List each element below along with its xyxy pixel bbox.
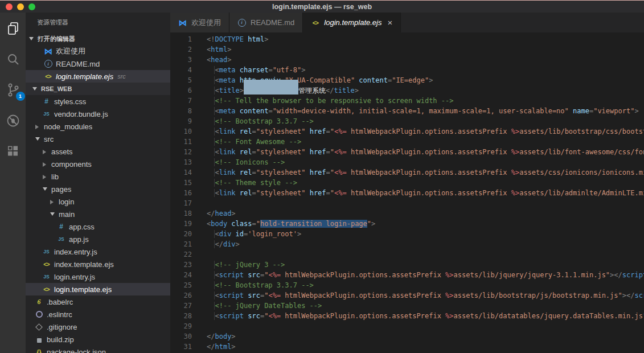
- code-token: 'login_root': [248, 230, 297, 238]
- line-number: 5: [170, 75, 192, 85]
- info-file-icon: [237, 18, 246, 27]
- tree-item[interactable]: pages: [26, 183, 170, 195]
- line-number: 1: [170, 34, 192, 44]
- chevron-down-icon: [50, 211, 55, 217]
- source-control-icon[interactable]: 1: [5, 82, 21, 98]
- code-line[interactable]: 22: [170, 249, 644, 260]
- code-token: >: [227, 46, 231, 54]
- code-line[interactable]: 6 <title>管理系统</title>: [170, 85, 644, 96]
- code-line[interactable]: 3<head>: [170, 55, 644, 65]
- code-line[interactable]: 1<!DOCTYPE html>: [170, 34, 644, 44]
- code-line[interactable]: 9 <!-- Bootstrap 3.3.7 -->: [170, 116, 644, 126]
- code-area[interactable]: 1<!DOCTYPE html>2<html>3<head>4 <meta ch…: [170, 32, 644, 353]
- code-line[interactable]: 30</body>: [170, 331, 644, 342]
- code-line[interactable]: 13 <!-- Ionicons -->: [170, 157, 644, 167]
- open-editor-item[interactable]: ⋈欢迎使用: [26, 45, 170, 58]
- code-line[interactable]: 29: [170, 321, 644, 331]
- code-line[interactable]: 7 <!-- Tell the browser to be responsive…: [170, 96, 644, 106]
- tree-item[interactable]: {}package-lock.json: [26, 346, 170, 353]
- open-editor-item[interactable]: README.md: [26, 58, 170, 70]
- tree-item[interactable]: components: [26, 158, 170, 170]
- zoom-window-button[interactable]: [28, 3, 35, 10]
- code-line[interactable]: 17: [170, 198, 644, 208]
- code-line-content: <!-- Ionicons -->: [207, 157, 285, 167]
- code-token: </: [215, 240, 223, 248]
- code-line[interactable]: 19<body class="hold-transition login-pag…: [170, 219, 644, 229]
- tree-item[interactable]: JSindex.entry.js: [26, 245, 170, 258]
- tree-item[interactable]: JSlogin.entry.js: [26, 270, 170, 283]
- tree-item[interactable]: JSapp.js: [26, 233, 170, 245]
- tree-item[interactable]: 6.babelrc: [26, 295, 170, 308]
- search-icon[interactable]: [5, 51, 21, 67]
- tree-item[interactable]: node_modules: [26, 120, 170, 133]
- code-token: [207, 189, 215, 197]
- code-line[interactable]: 12 <link rel="stylesheet" href="<%= html…: [170, 147, 644, 157]
- editor-tab[interactable]: ⋈欢迎使用: [170, 13, 229, 32]
- code-line[interactable]: 24 <script src="<%= htmlWebpackPlugin.op…: [170, 270, 644, 280]
- code-line-content: <div id='login_root'>: [207, 229, 301, 239]
- code-line[interactable]: 10 <link rel="stylesheet" href="<%= html…: [170, 126, 644, 137]
- line-number: 22: [170, 249, 192, 260]
- comment-token: <!-- Bootstrap 3.3.7 -->: [215, 117, 313, 125]
- code-line[interactable]: 27 <!-- jQuery DateTables -->: [170, 301, 644, 311]
- comment-token: <!-- Font Awesome -->: [215, 138, 301, 146]
- code-token: =: [268, 107, 272, 115]
- tree-item[interactable]: src: [26, 133, 170, 145]
- code-line[interactable]: 2<html>: [170, 44, 644, 55]
- extensions-icon[interactable]: [5, 143, 21, 159]
- editor-tab[interactable]: <>login.template.ejs×: [303, 13, 401, 32]
- tree-item[interactable]: .eslintrc: [26, 308, 170, 321]
- open-editors-header[interactable]: 打开的编辑器: [26, 32, 170, 45]
- code-token: [207, 107, 215, 115]
- code-token: assets/lib/bootstrap/js/bootstrap.min.js…: [454, 292, 622, 299]
- close-window-button[interactable]: [6, 3, 13, 10]
- code-line-content: <!-- jQuery DateTables -->: [207, 301, 322, 311]
- code-line[interactable]: 21 </div>: [170, 239, 644, 249]
- code-line[interactable]: 5 <meta http-equiv="X-UA-Compatible" con…: [170, 75, 644, 85]
- sidebar-title: 资源管理器: [26, 13, 170, 32]
- explorer-icon[interactable]: [5, 20, 21, 36]
- code-line[interactable]: 23 <!-- jQuery 3 -->: [170, 260, 644, 270]
- tree-item[interactable]: main: [26, 208, 170, 220]
- code-line-content: </body>: [207, 331, 236, 342]
- code-line[interactable]: 26 <script src="<%= htmlWebpackPlugin.op…: [170, 290, 644, 301]
- code-line[interactable]: 14 <link rel="stylesheet" href="<%= html…: [170, 167, 644, 178]
- code-token: [207, 76, 215, 84]
- code-line[interactable]: 18</head>: [170, 208, 644, 219]
- tree-item[interactable]: JSvendor.bundle.js: [26, 108, 170, 120]
- code-token: assets/css/ionicons/ionicons.min.css": [519, 169, 644, 176]
- code-token: link: [219, 189, 236, 197]
- tree-item[interactable]: #app.css: [26, 220, 170, 233]
- minimize-window-button[interactable]: [17, 3, 24, 10]
- open-editor-item[interactable]: <>login.template.ejssrc: [26, 70, 170, 83]
- workspace-header[interactable]: RSE_WEB: [26, 83, 170, 95]
- code-token: link: [219, 148, 236, 156]
- tree-item[interactable]: login: [26, 195, 170, 208]
- code-token: [207, 148, 215, 156]
- code-token: </: [207, 343, 215, 351]
- code-line[interactable]: 16 <link rel="stylesheet" href="<%= html…: [170, 188, 644, 198]
- code-line[interactable]: 4 <meta charset="utf-8">: [170, 65, 644, 75]
- code-line[interactable]: 8 <meta content="width=device-width, ini…: [170, 106, 644, 116]
- tree-item[interactable]: <>login.template.ejs: [26, 283, 170, 295]
- line-number: 6: [170, 85, 192, 96]
- code-token: <: [215, 189, 219, 197]
- code-line[interactable]: 11 <!-- Font Awesome -->: [170, 137, 644, 147]
- tree-item[interactable]: lib: [26, 170, 170, 183]
- line-number: 23: [170, 260, 192, 270]
- code-line[interactable]: 25 <!-- Bootstrap 3.3.7 -->: [170, 280, 644, 290]
- tree-item[interactable]: <>index.template.ejs: [26, 258, 170, 270]
- code-token: content: [355, 76, 388, 84]
- tree-item[interactable]: build.zip: [26, 333, 170, 346]
- debug-icon[interactable]: [5, 113, 21, 129]
- editor-tab[interactable]: README.md: [229, 13, 303, 32]
- code-line[interactable]: 15 <!-- Theme style -->: [170, 178, 644, 188]
- tree-item[interactable]: #styles.css: [26, 95, 170, 108]
- code-line[interactable]: 28 <script src="<%= htmlWebpackPlugin.op…: [170, 311, 644, 321]
- close-icon[interactable]: ×: [387, 18, 392, 27]
- code-line[interactable]: 20 <div id='login_root'>: [170, 229, 644, 239]
- tree-item[interactable]: .gitignore: [26, 321, 170, 333]
- tree-item[interactable]: assets: [26, 145, 170, 158]
- open-editors-list: ⋈欢迎使用README.md<>login.template.ejssrc: [26, 45, 170, 83]
- code-line[interactable]: 31</html>: [170, 342, 644, 352]
